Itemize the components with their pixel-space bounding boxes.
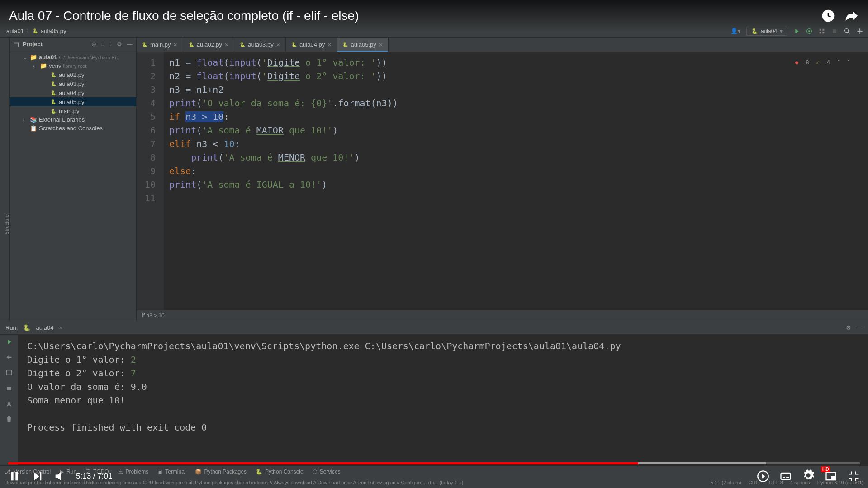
run-panel: Run: 🐍 aula04 × ⚙ — C:\Users\carlo\Pycha… — [0, 321, 868, 465]
close-icon[interactable]: × — [59, 324, 63, 331]
python-icon: 🐍 — [50, 89, 57, 96]
project-panel-icons: ⊕ ≡ ÷ ⚙ — — [91, 41, 133, 47]
code-line[interactable]: print('A soma é MAIOR que 10!') — [169, 123, 868, 137]
svg-rect-12 — [783, 477, 785, 478]
project-root-name: aula01 — [39, 54, 57, 61]
python-icon: 🐍 — [50, 80, 57, 87]
editor-tab[interactable]: 🐍aula02.py× — [183, 38, 235, 52]
python-icon: 🐍 — [342, 42, 348, 47]
pause-icon[interactable] — [8, 470, 21, 483]
editor-tab[interactable]: 🐍main.py× — [137, 38, 183, 52]
tree-file[interactable]: 🐍main.py — [10, 106, 136, 115]
close-icon[interactable]: × — [379, 41, 383, 48]
expand-icon[interactable]: ≡ — [101, 41, 104, 47]
project-panel: ▤ Project ⊕ ≡ ÷ ⚙ — ⌄ 📁 aula01 C:\Users\… — [10, 38, 137, 321]
layout-icon[interactable] — [5, 369, 13, 376]
code-line[interactable]: n1 = float(input('Digite o 1° valor: ')) — [169, 56, 868, 69]
code-line[interactable]: n2 = float(input('Digite o 2° valor: ')) — [169, 69, 868, 83]
volume-icon[interactable] — [53, 470, 66, 483]
file-name: aula02.py — [59, 71, 84, 78]
tree-venv[interactable]: › 📁 venv library root — [10, 62, 136, 70]
settings-button[interactable]: HD — [802, 469, 815, 483]
structure-tab[interactable]: Structure — [4, 214, 9, 235]
close-icon[interactable]: × — [225, 41, 228, 48]
gear-icon — [802, 469, 815, 482]
tree-file[interactable]: 🐍aula03.py — [10, 79, 136, 88]
code-editor[interactable]: ●8 ✓4 ˄ ˅ 1234567891011 n1 = float(input… — [137, 52, 868, 310]
print-icon[interactable] — [5, 384, 13, 392]
captions-icon[interactable] — [779, 470, 792, 483]
venv-label: venv — [49, 62, 61, 69]
rerun-icon[interactable] — [5, 338, 13, 346]
chevron-down-icon: ⌄ — [23, 54, 28, 61]
close-icon[interactable]: × — [276, 41, 280, 48]
chevron-right-icon: › — [23, 116, 28, 123]
file-name: aula04.py — [59, 90, 84, 96]
console-path: C:\Users\carlo\PycharmProjects\aula01\ve… — [27, 339, 859, 353]
tree-file[interactable]: 🐍aula04.py — [10, 88, 136, 97]
code-line[interactable]: print('O valor da soma é: {0}'.format(n3… — [169, 96, 868, 110]
gear-icon[interactable]: ⚙ — [846, 324, 851, 331]
share-icon[interactable] — [844, 9, 859, 23]
video-progress[interactable] — [8, 462, 860, 464]
next-icon[interactable] — [31, 470, 43, 483]
code-line[interactable]: n3 = n1+n2 — [169, 83, 868, 96]
tab-label: aula03.py — [248, 41, 273, 48]
fullscreen-exit-icon[interactable] — [847, 470, 860, 483]
python-icon: 🐍 — [50, 107, 57, 114]
run-body: C:\Users\carlo\PycharmProjects\aula01\ve… — [0, 335, 868, 465]
editor-tabs: 🐍main.py×🐍aula02.py×🐍aula03.py×🐍aula04.p… — [137, 38, 868, 52]
code-line[interactable] — [169, 191, 868, 205]
minimize-icon[interactable]: — — [857, 324, 863, 331]
gear-icon[interactable]: ⚙ — [117, 41, 122, 47]
code-line[interactable]: else: — [169, 164, 868, 178]
collapse-icon[interactable]: ÷ — [109, 41, 112, 47]
library-icon: 📚 — [30, 116, 37, 123]
svg-rect-11 — [781, 473, 791, 479]
file-name: main.py — [59, 108, 80, 114]
python-icon: 🐍 — [240, 42, 245, 47]
svg-rect-6 — [7, 387, 11, 390]
tree-scratches[interactable]: 📋 Scratches and Consoles — [10, 124, 136, 133]
code-line[interactable]: print('A soma é IGUAL a 10!') — [169, 178, 868, 191]
external-libs-label: External Libraries — [39, 116, 85, 123]
run-title: Run: — [5, 324, 18, 331]
project-tree: ⌄ 📁 aula01 C:\Users\carlo\PycharmPro › 📁… — [10, 51, 136, 134]
console-line: Process finished with exit code 0 — [27, 421, 859, 434]
close-icon[interactable]: × — [327, 41, 331, 48]
code-line[interactable]: elif n3 < 10: — [169, 137, 868, 151]
project-root-path: C:\Users\carlo\PycharmPro — [59, 55, 119, 60]
tree-external-libs[interactable]: › 📚 External Libraries — [10, 115, 136, 124]
code-breadcrumb[interactable]: if n3 > 10 — [137, 310, 868, 321]
close-icon[interactable]: × — [174, 41, 177, 48]
tab-label: aula02.py — [197, 41, 222, 48]
tree-file[interactable]: 🐍aula02.py — [10, 70, 136, 79]
editor-tab[interactable]: 🐍aula04.py× — [286, 38, 337, 52]
console-line — [27, 407, 859, 421]
target-icon[interactable]: ⊕ — [91, 41, 96, 47]
code-content[interactable]: n1 = float(input('Digite o 1° valor: '))… — [164, 52, 868, 310]
duration: 7:01 — [97, 472, 112, 480]
minimize-icon[interactable]: — — [127, 41, 133, 47]
python-icon: 🐍 — [142, 42, 147, 47]
python-icon: 🐍 — [50, 98, 57, 105]
line-gutter: 1234567891011 — [137, 52, 164, 310]
stop-icon[interactable] — [5, 354, 13, 361]
tree-root[interactable]: ⌄ 📁 aula01 C:\Users\carlo\PycharmPro — [10, 53, 136, 62]
editor-tab[interactable]: 🐍aula05.py× — [337, 38, 389, 52]
folder-icon: 📁 — [30, 54, 37, 61]
trash-icon[interactable] — [5, 415, 13, 422]
console-output[interactable]: C:\Users\carlo\PycharmProjects\aula01\ve… — [18, 335, 868, 465]
play-circle-icon[interactable] — [757, 470, 769, 483]
watch-later-icon[interactable] — [821, 9, 835, 23]
console-line: Soma menor que 10! — [27, 393, 859, 407]
editor-tab[interactable]: 🐍aula03.py× — [234, 38, 286, 52]
folder-icon: 📁 — [40, 62, 47, 69]
code-line[interactable]: if n3 > 10: — [169, 110, 868, 123]
code-line[interactable]: print('A soma é MENOR que 10!') — [169, 151, 868, 164]
tree-file[interactable]: 🐍aula05.py — [10, 97, 136, 106]
pin-icon[interactable] — [5, 400, 13, 407]
main-row: Structure Bookmarks ▤ Project ⊕ ≡ ÷ ⚙ — … — [0, 38, 868, 321]
file-name: aula05.py — [59, 99, 84, 105]
time-display: 5:13 / 7:01 — [76, 472, 112, 481]
